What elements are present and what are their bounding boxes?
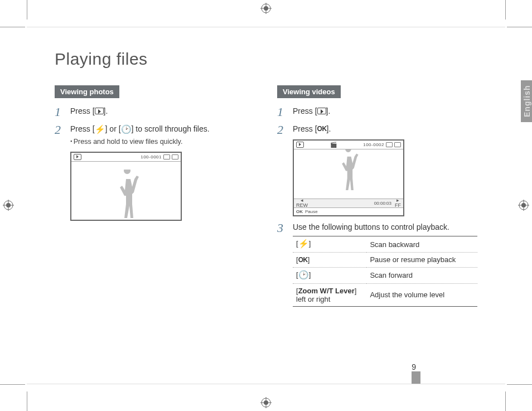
play-badge-icon [296, 142, 304, 148]
step-number: 2 [277, 124, 287, 136]
ok-label: OK [296, 209, 303, 214]
file-counter: 100-0002 [363, 142, 384, 147]
registration-mark-icon [260, 3, 272, 14]
rewind-icon: ◂REW [296, 198, 308, 208]
person-silhouette [115, 170, 137, 220]
step-text: Press [ [70, 107, 95, 115]
ok-icon: OK [317, 124, 327, 134]
fast-forward-icon: ▸FF [395, 198, 401, 208]
battery-icon [172, 154, 178, 159]
person-silhouette [337, 149, 360, 199]
step-2-videos: 2 Press [OK]. 🎬 100-0002 [277, 124, 477, 216]
video-indicator-icon: 🎬 [330, 142, 337, 148]
file-counter: 100-0001 [141, 154, 162, 159]
timer-icon: 🕑 [298, 270, 309, 280]
timestamp: 00:00:03 [374, 201, 391, 206]
video-screenshot: 🎬 100-0002 [293, 139, 404, 216]
step-1-videos: 1 Press []. [277, 106, 477, 118]
step-1-photos: 1 Press []. [55, 106, 255, 118]
table-row: [OK] Pause or resume playback [293, 253, 477, 268]
timer-icon: 🕑 [121, 123, 132, 135]
ok-icon: OK [298, 256, 308, 264]
step-number: 1 [277, 106, 287, 118]
step-text: ]. [326, 107, 331, 115]
table-cell: Scan backward [366, 236, 477, 253]
step-text: ]. [327, 124, 331, 133]
step-number: 1 [55, 106, 65, 118]
language-tab: English [521, 80, 532, 122]
registration-mark-icon [518, 200, 529, 211]
step-2-photos: 2 Press [⚡] or [🕑] to scroll through fil… [55, 124, 255, 221]
section-heading-photos: Viewing photos [55, 85, 119, 98]
photo-screenshot: 100-0001 [70, 152, 182, 221]
page-title: Playing files [55, 50, 477, 69]
table-cell: Pause or resume playback [366, 253, 477, 268]
playback-icon [317, 108, 326, 114]
table-row: [⚡] Scan backward [293, 236, 477, 253]
registration-mark-icon [3, 200, 14, 211]
column-videos: Viewing videos 1 Press []. 2 Press [OK]. [277, 85, 477, 312]
storage-icon [163, 154, 170, 159]
play-badge-icon [74, 154, 81, 160]
step-3-videos: 3 Use the following buttons to control p… [277, 222, 477, 307]
page-number: 9 [412, 362, 416, 371]
step-text: Press [ [70, 124, 95, 133]
registration-mark-icon [260, 397, 272, 408]
step-text: ] or [ [105, 124, 121, 133]
section-heading-videos: Viewing videos [277, 85, 341, 98]
step-number: 2 [55, 124, 65, 136]
flash-icon: ⚡ [95, 123, 105, 135]
table-row: [🕑] Scan forward [293, 267, 477, 283]
table-cell: Scan forward [366, 267, 477, 283]
page-tab-marker [412, 371, 420, 384]
playback-icon [95, 108, 104, 114]
pause-label: Pause [305, 209, 318, 214]
step-text: Press [ [293, 124, 317, 133]
step-text: ]. [104, 107, 108, 115]
step-text: ] to scroll through files. [132, 124, 210, 133]
column-photos: Viewing photos 1 Press []. 2 Press [⚡] o… [55, 85, 255, 312]
battery-icon [394, 142, 401, 147]
step-sub-bullet: Press and hold to view files quickly. [70, 137, 255, 147]
flash-icon: ⚡ [298, 239, 309, 249]
step-number: 3 [277, 222, 287, 234]
step-text: Use the following buttons to control pla… [293, 222, 477, 233]
page: English Playing files Viewing photos 1 P… [27, 27, 505, 384]
step-text: Press [ [293, 107, 317, 115]
control-table: [⚡] Scan backward [OK] Pause or resume p… [293, 236, 477, 307]
storage-icon [386, 142, 393, 147]
table-cell: Adjust the volume level [366, 283, 477, 306]
table-row: [Zoom W/T Lever] left or right Adjust th… [293, 283, 477, 306]
